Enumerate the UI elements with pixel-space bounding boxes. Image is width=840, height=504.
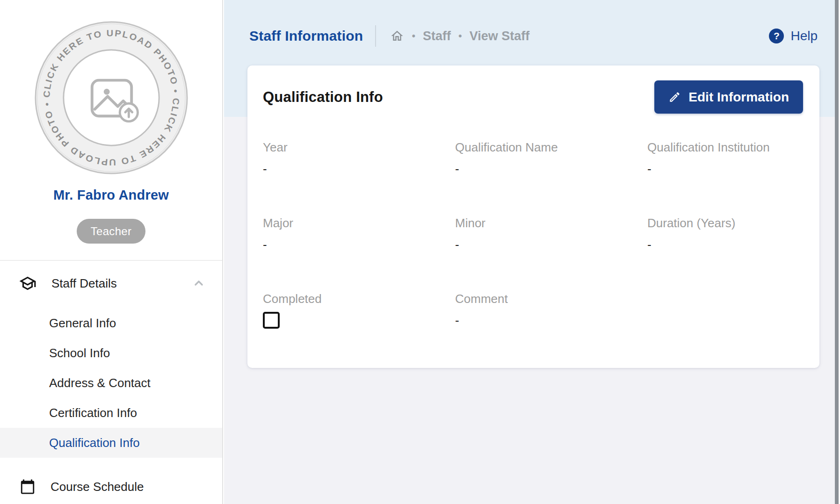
chevron-up-icon [192,277,205,290]
role-badge: Teacher [77,219,145,244]
field-label: Comment [455,291,647,306]
help-label: Help [790,29,818,43]
field-value: - [455,237,647,252]
breadcrumb-view-staff[interactable]: View Staff [470,29,530,43]
edit-button-label: Edit Information [688,90,789,105]
calendar-icon [20,479,36,495]
page-title: Staff Information [249,28,363,44]
field-label: Completed [263,291,455,306]
field-value: - [647,237,804,252]
pencil-icon [668,91,681,103]
breadcrumb-staff[interactable]: Staff [423,29,451,43]
field-label: Qualification Institution [647,140,804,155]
edit-information-button[interactable]: Edit Information [654,80,803,114]
completed-checkbox[interactable] [263,312,280,329]
sidebar-item-address-contact[interactable]: Address & Contact [0,368,222,398]
breadcrumb-separator: • [412,30,415,42]
sidebar-item-certification-info[interactable]: Certification Info [0,398,222,428]
field-year: Year - [263,140,455,216]
field-label: Major [263,216,455,230]
field-value: - [263,237,455,252]
field-qualification-institution: Qualification Institution - [647,140,804,216]
sidebar-item-qualification-info[interactable]: Qualification Info [0,428,222,458]
question-mark-icon: ? [769,29,784,43]
upload-photo-button[interactable]: CLICK HERE TO UPLOAD PHOTO • CLICK HERE … [33,20,189,178]
sidebar: CLICK HERE TO UPLOAD PHOTO • CLICK HERE … [0,0,223,504]
qualification-info-card: Qualification Info Edit Information Year… [247,65,819,368]
sidebar-item-general-info[interactable]: General Info [0,308,222,338]
sidebar-item-staff-details[interactable]: Staff Details [0,270,222,296]
field-value: - [263,161,455,176]
sidebar-item-label: Course Schedule [51,480,205,494]
scrollbar-thumb[interactable] [835,0,839,504]
image-upload-icon [92,80,138,122]
card-title: Qualification Info [263,89,383,106]
breadcrumb-separator: • [458,30,462,42]
field-major: Major - [263,216,455,291]
upload-photo-placeholder-icon: CLICK HERE TO UPLOAD PHOTO • CLICK HERE … [33,20,189,176]
field-label: Minor [455,216,647,230]
staff-details-submenu: General Info School Info Address & Conta… [0,308,222,458]
field-value: - [647,161,804,176]
header-divider [375,25,376,47]
sidebar-item-label: Staff Details [51,276,192,291]
page-header: Staff Information • Staff • View Staff ?… [224,22,818,50]
field-minor: Minor - [455,216,647,291]
field-completed: Completed [263,291,455,329]
help-button[interactable]: ? Help [769,29,818,43]
field-label: Duration (Years) [647,216,804,230]
card-header: Qualification Info Edit Information [247,65,819,114]
sidebar-item-course-schedule[interactable]: Course Schedule [0,474,222,500]
field-qualification-name: Qualification Name - [455,140,647,216]
scrollbar [835,0,840,504]
field-value: - [455,313,647,328]
field-label: Qualification Name [455,140,647,155]
field-comment: Comment - [455,291,647,329]
sidebar-item-school-info[interactable]: School Info [0,338,222,368]
home-icon[interactable] [390,29,404,43]
main-content: Staff Information • Staff • View Staff ?… [224,0,840,504]
field-duration-years: Duration (Years) - [647,216,804,291]
field-label: Year [263,140,455,155]
sidebar-divider [0,260,222,261]
graduation-cap-icon [19,274,36,292]
field-empty [647,291,804,329]
field-value: - [455,161,647,176]
qualification-fields: Year - Qualification Name - Qualificatio… [247,114,819,329]
staff-name: Mr. Fabro Andrew [0,187,222,203]
